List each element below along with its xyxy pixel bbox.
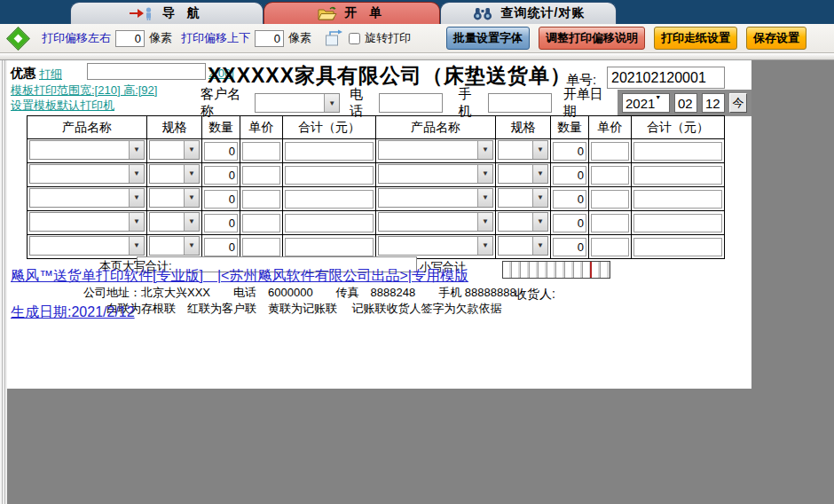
qty-input[interactable] — [204, 190, 238, 209]
total-input[interactable] — [633, 166, 722, 185]
brand-link[interactable]: 飚风™送货单打印软件[专业版] |<苏州飚风软件有限公司出品>|专用模版 — [11, 267, 468, 286]
left-splitter[interactable] — [0, 60, 7, 504]
total-input[interactable] — [285, 142, 374, 161]
chevron-down-icon[interactable]: ▼ — [184, 189, 199, 207]
product-combobox[interactable]: ▼ — [378, 164, 493, 184]
spec-combobox[interactable]: ▼ — [498, 164, 548, 184]
chevron-down-icon[interactable]: ▼ — [129, 237, 144, 255]
price-input[interactable] — [242, 190, 280, 209]
spec-combobox[interactable]: ▼ — [149, 212, 200, 232]
price-input[interactable] — [591, 166, 629, 185]
chevron-down-icon[interactable]: ▼ — [532, 141, 547, 159]
chevron-down-icon[interactable]: ▼ — [129, 189, 144, 207]
total-input[interactable] — [633, 238, 722, 256]
spec-combobox[interactable]: ▼ — [498, 140, 548, 160]
qty-input[interactable] — [204, 238, 238, 256]
product-combobox[interactable]: ▼ — [29, 140, 145, 160]
product-combobox[interactable]: ▼ — [29, 212, 145, 232]
price-input[interactable] — [242, 142, 280, 161]
spec-combobox[interactable]: ▼ — [498, 236, 548, 256]
customer-combobox[interactable]: ▼ — [255, 93, 340, 113]
spec-combobox[interactable]: ▼ — [149, 188, 200, 208]
chevron-down-icon[interactable]: ▼ — [655, 94, 666, 112]
phone-input[interactable] — [379, 93, 443, 113]
product-combobox[interactable]: ▼ — [29, 236, 145, 256]
chevron-down-icon[interactable]: ▼ — [184, 141, 199, 159]
offset-lr-input[interactable] — [115, 30, 145, 47]
spec-combobox[interactable]: ▼ — [498, 188, 548, 208]
total-input[interactable] — [285, 190, 374, 209]
chevron-down-icon[interactable]: ▼ — [532, 213, 547, 231]
total-input[interactable] — [633, 190, 722, 209]
chevron-down-icon[interactable]: ▼ — [477, 213, 492, 231]
product-combobox[interactable]: ▼ — [378, 188, 493, 208]
product-combobox[interactable]: ▼ — [29, 164, 145, 184]
mobile-input[interactable] — [488, 93, 552, 113]
chevron-down-icon[interactable]: ▼ — [184, 213, 199, 231]
qty-input[interactable] — [553, 142, 586, 161]
qty-input[interactable] — [553, 166, 586, 185]
month-box[interactable]: 02 — [674, 93, 697, 113]
default-printer-link[interactable]: 设置模板默认打印机 — [11, 98, 114, 114]
price-input[interactable] — [242, 214, 280, 232]
chevron-down-icon[interactable]: ▼ — [184, 165, 199, 183]
chevron-down-icon[interactable]: ▼ — [324, 94, 339, 112]
qty-input[interactable] — [204, 214, 238, 232]
chevron-down-icon[interactable]: ▼ — [129, 141, 144, 159]
tab-navigation[interactable]: 导 航 — [70, 2, 264, 24]
chevron-down-icon[interactable]: ▼ — [184, 237, 199, 255]
price-input[interactable] — [591, 142, 629, 161]
chevron-down-icon[interactable]: ▼ — [532, 237, 547, 255]
product-combobox[interactable]: ▼ — [29, 188, 145, 208]
chevron-down-icon[interactable]: ▼ — [477, 141, 492, 159]
price-input[interactable] — [591, 190, 629, 209]
chevron-down-icon[interactable]: ▼ — [477, 237, 492, 255]
qty-input[interactable] — [553, 190, 586, 209]
chevron-down-icon[interactable]: ▼ — [477, 189, 492, 207]
price-input[interactable] — [591, 214, 629, 232]
chevron-down-icon[interactable]: ▼ — [129, 213, 144, 231]
batch-font-button[interactable]: 批量设置字体 — [446, 27, 530, 50]
template-paper-link-fragment[interactable]: 打细 — [39, 67, 62, 83]
spec-combobox[interactable]: ▼ — [149, 164, 200, 184]
tab-query-statistics[interactable]: 查询统计/对账 — [440, 2, 617, 24]
total-input[interactable] — [285, 166, 374, 185]
total-input[interactable] — [285, 214, 374, 232]
order-no-input[interactable] — [607, 67, 725, 89]
chevron-down-icon[interactable]: ▼ — [532, 165, 547, 183]
year-combobox[interactable]: 2021 ▼ — [622, 93, 670, 113]
day-box[interactable]: 12 — [702, 93, 725, 113]
total-input[interactable] — [633, 214, 722, 232]
col-qty: 数量 — [551, 116, 589, 139]
chevron-down-icon[interactable]: ▼ — [477, 165, 492, 183]
tab-billing[interactable]: 开 单 — [264, 2, 440, 24]
qty-input[interactable] — [204, 142, 238, 161]
qty-input[interactable] — [553, 214, 586, 232]
rotate-print-checkbox[interactable] — [349, 33, 360, 44]
qty-input[interactable] — [204, 166, 238, 185]
qty-input[interactable] — [553, 238, 586, 256]
total-input[interactable] — [633, 142, 722, 161]
total-input[interactable] — [285, 238, 374, 256]
product-combobox[interactable]: ▼ — [378, 140, 493, 160]
generated-date-link[interactable]: 生成日期:2021/2/12 — [11, 303, 135, 322]
paper-feed-button[interactable]: 打印走纸设置 — [654, 27, 737, 50]
today-button[interactable]: 今 — [729, 93, 747, 113]
adjust-offset-help-button[interactable]: 调整打印偏移说明 — [539, 27, 645, 50]
price-input[interactable] — [242, 238, 280, 256]
spec-combobox[interactable]: ▼ — [498, 212, 548, 232]
save-settings-button[interactable]: 保存设置 — [746, 27, 806, 50]
col-total: 合计（元） — [283, 116, 376, 139]
diamond-icon — [3, 27, 33, 50]
template-name-box[interactable] — [87, 63, 206, 80]
chevron-down-icon[interactable]: ▼ — [532, 189, 547, 207]
offset-tb-input[interactable] — [255, 30, 284, 47]
price-input[interactable] — [591, 238, 629, 256]
spec-combobox[interactable]: ▼ — [149, 140, 200, 160]
chevron-down-icon[interactable]: ▼ — [129, 165, 144, 183]
price-input[interactable] — [242, 166, 280, 185]
product-combobox[interactable]: ▼ — [378, 236, 493, 256]
template-print-range-link[interactable]: 模板打印范围宽:[210] 高:[92] — [11, 83, 157, 98]
product-combobox[interactable]: ▼ — [378, 212, 493, 232]
spec-combobox[interactable]: ▼ — [149, 236, 200, 256]
